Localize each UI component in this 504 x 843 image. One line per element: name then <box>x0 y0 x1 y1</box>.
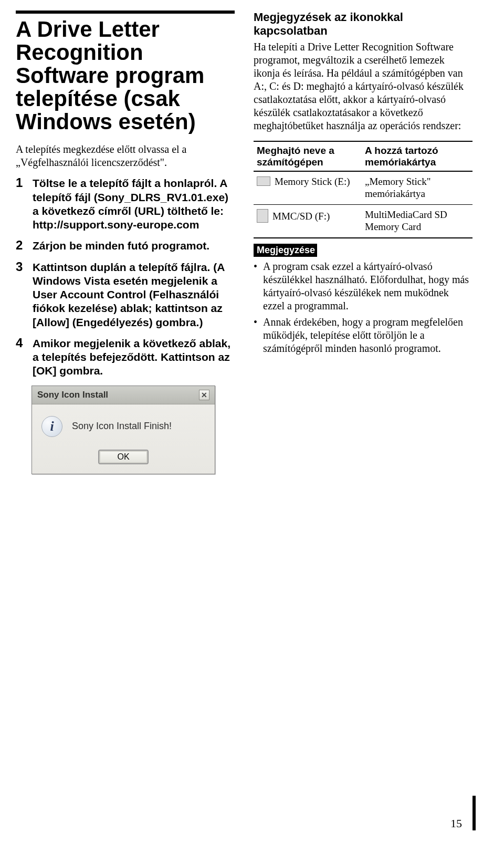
list-item: A program csak ezzel a kártyaíró-olvasó … <box>254 260 472 313</box>
step-text: Kattintson duplán a telepítő fájlra. (A … <box>33 261 235 329</box>
intro-text: A telepítés megkezdése előtt olvassa el … <box>16 143 235 169</box>
card-name: MultiMediaCard SD Memory Card <box>362 205 472 238</box>
list-item: Annak érdekében, hogy a program megfelel… <box>254 316 472 355</box>
table-header-drive: Meghajtó neve a számítógépen <box>254 141 362 172</box>
step-3: 3 Kattintson duplán a telepítő fájlra. (… <box>16 261 235 329</box>
install-dialog: Sony Icon Install ✕ i Sony Icon Install … <box>32 386 215 474</box>
step-4: 4 Amikor megjelenik a következő ablak, a… <box>16 337 235 378</box>
drive-name: Memory Stick (E:) <box>275 176 350 187</box>
step-number: 1 <box>16 176 26 232</box>
heading-rule <box>16 11 235 14</box>
drive-icon <box>257 209 268 223</box>
info-icon: i <box>41 416 62 437</box>
ok-button[interactable]: OK <box>98 450 148 464</box>
step-number: 3 <box>16 261 26 329</box>
note-bullets: A program csak ezzel a kártyaíró-olvasó … <box>254 260 472 355</box>
step-2: 2 Zárjon be minden futó programot. <box>16 239 235 253</box>
section-title: A Drive Letter Recognition Software prog… <box>16 18 235 133</box>
step-1: 1 Töltse le a telepítő fájlt a honlapról… <box>16 176 235 232</box>
step-number: 2 <box>16 239 26 253</box>
notes-paragraph: Ha telepíti a Drive Letter Recognition S… <box>254 40 472 132</box>
dialog-message: Sony Icon Install Finish! <box>72 421 172 432</box>
dialog-title-text: Sony Icon Install <box>37 390 108 400</box>
drive-icon <box>257 176 270 186</box>
step-text: Amikor megjelenik a következő ablak, a t… <box>33 337 235 378</box>
page-number: 15 <box>450 796 476 830</box>
drive-table: Meghajtó neve a számítógépen A hozzá tar… <box>254 141 472 238</box>
notes-heading: Megjegyzések az ikonokkal kapcsolatban <box>254 11 472 38</box>
close-icon[interactable]: ✕ <box>199 390 209 400</box>
step-number: 4 <box>16 337 26 378</box>
table-row: MMC/SD (F:) MultiMediaCard SD Memory Car… <box>254 205 472 238</box>
drive-name: MMC/SD (F:) <box>272 211 330 222</box>
card-name: „Memory Stick" memóriakártya <box>362 171 472 204</box>
note-label: Megjegyzése <box>254 244 317 257</box>
step-text: Töltse le a telepítő fájlt a honlapról. … <box>33 176 235 232</box>
table-header-card: A hozzá tartozó memóriakártya <box>362 141 472 172</box>
step-text: Zárjon be minden futó programot. <box>33 239 235 253</box>
dialog-titlebar: Sony Icon Install ✕ <box>32 386 215 404</box>
table-row: Memory Stick (E:) „Memory Stick" memória… <box>254 171 472 204</box>
